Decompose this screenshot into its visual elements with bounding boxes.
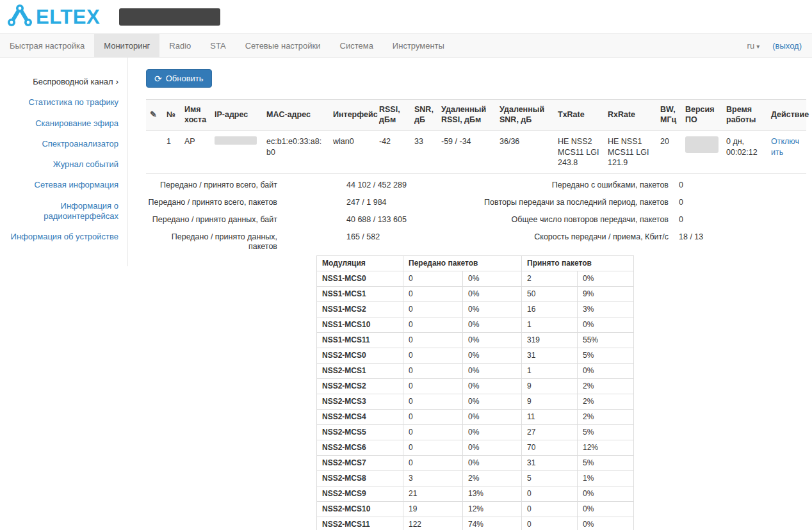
modulation-value: 19 bbox=[403, 502, 463, 517]
sidebar-item-3[interactable]: Спектроанализатор bbox=[0, 134, 127, 154]
modulation-value: 0 bbox=[522, 486, 578, 502]
nav-tab-0[interactable]: Быстрая настройка bbox=[0, 34, 94, 57]
modulation-value: 0 bbox=[403, 348, 463, 364]
logout-link[interactable]: (выход) bbox=[772, 41, 802, 51]
sidebar-item-4[interactable]: Журнал событий bbox=[0, 154, 127, 175]
modulation-value: 2% bbox=[578, 410, 634, 425]
sidebar-item-7[interactable]: Информация об устройстве bbox=[0, 227, 127, 247]
modulation-value: 0 bbox=[403, 364, 463, 379]
stat-label: Передано / принято всего, пакетов bbox=[146, 198, 277, 207]
nav-tab-2[interactable]: Radio bbox=[159, 34, 200, 57]
modulation-name: NSS2-MCS3 bbox=[317, 394, 403, 410]
client-cell-edit bbox=[146, 131, 163, 174]
main-panel: ⟳ Обновить ✎№Имя хостаIP-адресMAC-адресИ… bbox=[128, 58, 812, 530]
modulation-name: NSS2-MCS4 bbox=[317, 410, 403, 425]
client-cell-mac: ec:b1:e0:33:a8:b0 bbox=[263, 131, 329, 174]
nav-tab-5[interactable]: Система bbox=[330, 34, 383, 57]
modulation-value: 0 bbox=[403, 440, 463, 456]
modulation-row: NSS2-MCS92113%00% bbox=[317, 486, 634, 502]
modulation-value: 0 bbox=[403, 317, 463, 333]
modulation-name: NSS1-MCS0 bbox=[317, 271, 403, 287]
sidebar-item-1[interactable]: Статистика по трафику bbox=[0, 92, 127, 113]
fw-redacted bbox=[685, 136, 719, 153]
clients-col-header-0: ✎ bbox=[146, 100, 163, 131]
modulation-value: 0% bbox=[578, 502, 634, 517]
clients-col-header-12: BW, МГц bbox=[656, 100, 681, 131]
modulation-name: NSS1-MCS1 bbox=[317, 287, 403, 302]
modulation-value: 0 bbox=[403, 302, 463, 317]
stat-row-left-3: Передано / принято данных, пакетов165 / … bbox=[146, 232, 452, 252]
modulation-value: 50 bbox=[522, 287, 578, 302]
nav-tabs: Быстрая настройкаМониторингRadioSTAСетев… bbox=[0, 34, 454, 57]
nav-tab-3[interactable]: STA bbox=[200, 34, 235, 57]
nav-right: ru▾ (выход) bbox=[747, 34, 812, 57]
modulation-value: 0% bbox=[463, 271, 522, 287]
modulation-value: 122 bbox=[403, 517, 463, 530]
clients-col-header-3: IP-адрес bbox=[211, 100, 263, 131]
stat-label: Общее число повторов передачи, пакетов bbox=[452, 215, 669, 225]
sidebar-item-2[interactable]: Сканирование эфира bbox=[0, 113, 127, 134]
modulation-value: 11 bbox=[522, 410, 578, 425]
modulation-header-row: Модуляция Передано пакетов Принято пакет… bbox=[317, 256, 634, 271]
sidebar-item-0[interactable]: Беспроводной канал› bbox=[0, 72, 127, 92]
refresh-button[interactable]: ⟳ Обновить bbox=[146, 69, 212, 88]
modulation-row: NSS1-MCS1000%10% bbox=[317, 317, 634, 333]
app-header: ELTEX bbox=[0, 0, 812, 33]
modulation-name: NSS2-MCS7 bbox=[317, 456, 403, 471]
nav-tab-1[interactable]: Мониторинг bbox=[94, 34, 159, 57]
modulation-name: NSS2-MCS9 bbox=[317, 486, 403, 502]
modulation-value: 0% bbox=[578, 486, 634, 502]
modulation-name: NSS1-MCS11 bbox=[317, 333, 403, 348]
content: Беспроводной канал›Статистика по трафику… bbox=[0, 58, 812, 530]
language-selector[interactable]: ru▾ bbox=[747, 41, 760, 51]
modulation-value: 0 bbox=[403, 333, 463, 348]
modulation-value: 3% bbox=[578, 302, 634, 317]
clients-col-header-6: RSSI, дБм bbox=[375, 100, 410, 131]
modulation-row: NSS2-MCS600%7012% bbox=[317, 440, 634, 456]
modulation-value: 2 bbox=[522, 271, 578, 287]
stat-row-left-2: Передано / принято данных, байт40 688 / … bbox=[146, 215, 452, 225]
stat-label: Передано с ошибками, пакетов bbox=[452, 181, 669, 190]
sidebar-item-5[interactable]: Сетевая информация bbox=[0, 175, 127, 195]
clients-col-header-2: Имя хоста bbox=[181, 100, 211, 131]
modulation-value: 5 bbox=[522, 471, 578, 486]
rx-packets-col-header: Принято пакетов bbox=[522, 256, 634, 271]
modulation-row: NSS1-MCS000%20% bbox=[317, 271, 634, 287]
modulation-value: 5% bbox=[578, 425, 634, 440]
modulation-value: 0% bbox=[463, 333, 522, 348]
modulation-value: 27 bbox=[522, 425, 578, 440]
stat-label: Передано / принято всего, байт bbox=[146, 181, 277, 190]
modulation-value: 5% bbox=[578, 348, 634, 364]
main-nav: Быстрая настройкаМониторингRadioSTAСетев… bbox=[0, 33, 812, 58]
clients-body: 1APec:b1:e0:33:a8:b0wlan0-4233-59 / -343… bbox=[146, 131, 806, 174]
clients-table: ✎№Имя хостаIP-адресMAC-адресИнтерфейсRSS… bbox=[146, 99, 806, 174]
client-cell-snr: 33 bbox=[410, 131, 437, 174]
modulation-name: NSS2-MCS0 bbox=[317, 348, 403, 364]
nav-tab-4[interactable]: Сетевые настройки bbox=[236, 34, 330, 57]
traffic-stats: Передано / принято всего, байт44 102 / 4… bbox=[146, 181, 807, 252]
clients-col-header-14: Время работы bbox=[722, 100, 767, 131]
client-cell-interface: wlan0 bbox=[329, 131, 375, 174]
modulation-value: 12% bbox=[578, 440, 634, 456]
modulation-col-header: Модуляция bbox=[317, 256, 403, 271]
modulation-value: 9 bbox=[522, 379, 578, 394]
modulation-value: 0 bbox=[403, 287, 463, 302]
stat-row-left-0: Передано / принято всего, байт44 102 / 4… bbox=[146, 181, 452, 190]
modulation-row: NSS1-MCS200%163% bbox=[317, 302, 634, 317]
modulation-row: NSS2-MCS1112274%00% bbox=[317, 517, 634, 530]
stat-row-left-1: Передано / принято всего, пакетов247 / 1… bbox=[146, 198, 452, 207]
modulation-name: NSS1-MCS10 bbox=[317, 317, 403, 333]
edit-pencil-icon: ✎ bbox=[150, 109, 157, 119]
modulation-value: 0 bbox=[403, 456, 463, 471]
disconnect-link[interactable]: Отключить bbox=[771, 137, 799, 156]
clients-col-header-9: Удаленный SNR, дБ bbox=[496, 100, 554, 131]
modulation-value: 16 bbox=[522, 302, 578, 317]
caret-down-icon: ▾ bbox=[756, 43, 759, 50]
stat-row-right-0: Передано с ошибками, пакетов0 bbox=[452, 181, 807, 190]
modulation-value: 2% bbox=[463, 471, 522, 486]
nav-tab-6[interactable]: Инструменты bbox=[383, 34, 454, 57]
modulation-name: NSS2-MCS2 bbox=[317, 379, 403, 394]
modulation-value: 13% bbox=[463, 486, 522, 502]
sidebar-item-6[interactable]: Информация о радиоинтерфейсах bbox=[0, 196, 127, 227]
stat-label: Передано / принято данных, пакетов bbox=[146, 232, 277, 252]
